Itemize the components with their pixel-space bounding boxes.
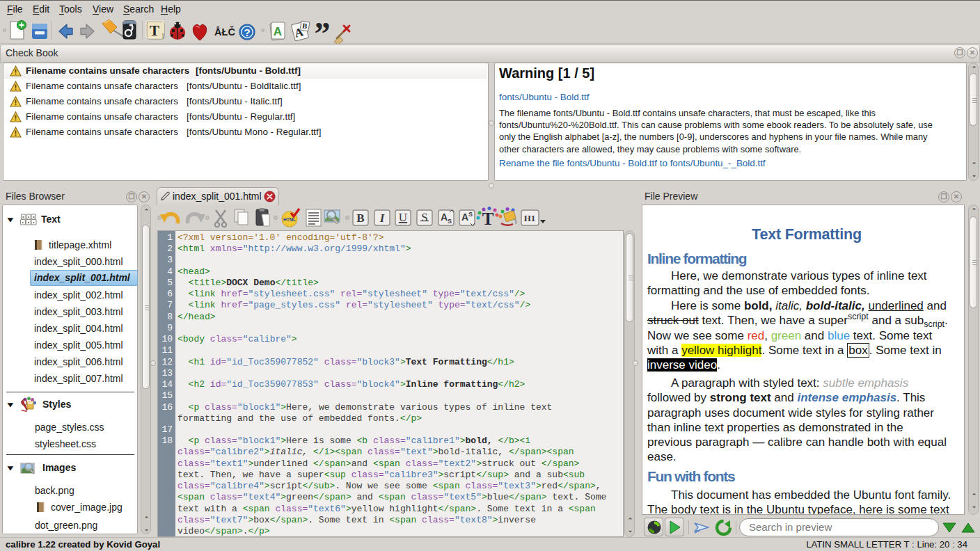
svg-text:ÅŁČ: ÅŁČ: [214, 26, 235, 38]
svg-text:S: S: [468, 211, 473, 218]
svg-text:S: S: [421, 211, 427, 224]
svg-text:1: 1: [161, 33, 164, 39]
svg-text:T: T: [482, 209, 494, 228]
svg-text:A: A: [274, 25, 282, 38]
svg-text:A: A: [461, 211, 468, 223]
svg-text:A: A: [441, 211, 448, 223]
svg-text:B: B: [356, 211, 364, 225]
svg-text:?: ?: [244, 26, 250, 38]
svg-text:S: S: [448, 218, 452, 225]
svg-text:”: ”: [315, 17, 331, 44]
svg-text:T: T: [150, 22, 159, 39]
svg-text:H1: H1: [524, 213, 536, 223]
svg-text:U: U: [399, 211, 407, 224]
